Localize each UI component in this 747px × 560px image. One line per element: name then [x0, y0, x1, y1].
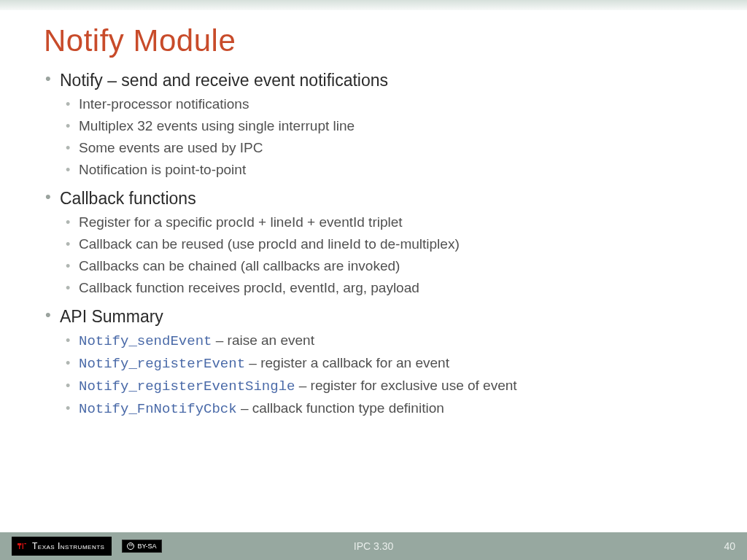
- section-callback: Callback functions Register for a specif…: [44, 187, 703, 299]
- brand-text: Texas Instruments: [32, 541, 104, 551]
- list-item: Multiplex 32 events using single interru…: [60, 115, 703, 137]
- ti-logo-icon: [16, 540, 28, 552]
- api-fn: Notify_FnNotifyCbck: [79, 401, 237, 417]
- api-item: Notify_registerEventSingle – register fo…: [60, 375, 703, 397]
- list-item: Notification is point-to-point: [60, 159, 703, 181]
- api-fn: Notify_registerEventSingle: [79, 378, 295, 394]
- license-badge: BY-SA: [122, 540, 161, 553]
- list-item: Register for a specific procId + lineId …: [60, 211, 703, 233]
- bullet-list-level2: Register for a specific procId + lineId …: [60, 211, 703, 299]
- section-heading: Notify – send and receive event notifica…: [60, 69, 703, 92]
- list-item: Callback function receives procId, event…: [60, 277, 703, 299]
- page-number: 40: [724, 540, 735, 552]
- api-item: Notify_sendEvent – raise an event: [60, 330, 703, 352]
- cc-icon: [127, 542, 134, 550]
- slide-title: Notify Module: [44, 23, 703, 58]
- api-desc: – raise an event: [212, 332, 314, 348]
- section-notify: Notify – send and receive event notifica…: [44, 69, 703, 181]
- brand-chip: Texas Instruments: [12, 537, 112, 556]
- section-heading: API Summary: [60, 305, 703, 328]
- list-item: Inter-processor notifications: [60, 93, 703, 115]
- list-item: Callback can be reused (use procId and l…: [60, 233, 703, 255]
- list-item: Some events are used by IPC: [60, 137, 703, 159]
- api-fn: Notify_sendEvent: [79, 333, 212, 349]
- api-desc: – callback function type definition: [237, 400, 444, 416]
- list-item: Callbacks can be chained (all callbacks …: [60, 255, 703, 277]
- slide-footer: Texas Instruments BY-SA IPC 3.30 40: [0, 532, 747, 560]
- api-item: Notify_registerEvent – register a callba…: [60, 352, 703, 375]
- bullet-list-level2: Inter-processor notifications Multiplex …: [60, 93, 703, 181]
- slide: Notify Module Notify – send and receive …: [0, 0, 747, 560]
- bullet-list-level2: Notify_sendEvent – raise an event Notify…: [60, 330, 703, 420]
- section-api: API Summary Notify_sendEvent – raise an …: [44, 305, 703, 420]
- footer-center-text: IPC 3.30: [354, 540, 393, 552]
- api-fn: Notify_registerEvent: [79, 356, 245, 372]
- api-desc: – register for exclusive use of event: [295, 378, 516, 393]
- api-item: Notify_FnNotifyCbck – callback function …: [60, 397, 703, 420]
- bullet-list-level1: Notify – send and receive event notifica…: [44, 69, 703, 420]
- slide-content: Notify Module Notify – send and receive …: [0, 10, 747, 532]
- api-desc: – register a callback for an event: [245, 355, 449, 370]
- license-text: BY-SA: [137, 542, 156, 550]
- top-gradient-bar: [0, 0, 747, 10]
- section-heading: Callback functions: [60, 187, 703, 210]
